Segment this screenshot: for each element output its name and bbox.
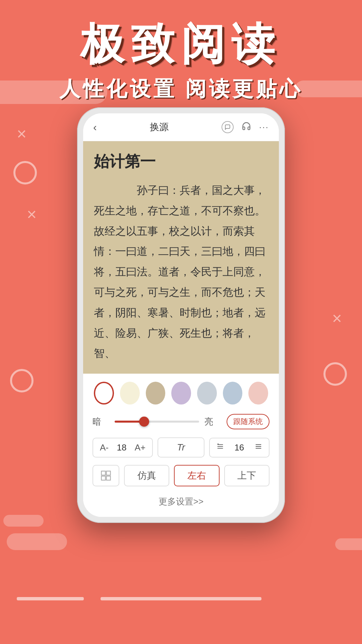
deco-o-1	[13, 161, 37, 184]
chapter-text: 孙子曰：兵者，国之大事，死生之地，存亡之道，不可不察也。故经之以五事，校之以计，…	[94, 180, 268, 364]
line-icon-up	[217, 443, 224, 452]
color-swatches	[93, 382, 269, 405]
swatch-tan[interactable]	[146, 382, 166, 405]
font-size-value: 18	[117, 442, 126, 453]
font-increase-button[interactable]: A+	[135, 442, 146, 453]
swatch-lavender[interactable]	[171, 382, 191, 405]
phone-mockup: ‹ 换源	[77, 107, 285, 523]
more-icon[interactable]: ···	[259, 122, 269, 132]
font-decrease-button[interactable]: A-	[100, 442, 109, 453]
phone-screen: ‹ 换源	[83, 113, 279, 517]
more-settings-link[interactable]: 更多设置>>	[93, 493, 269, 509]
headphone-icon[interactable]	[242, 121, 251, 133]
brightness-slider[interactable]	[115, 421, 199, 423]
topbar-title: 换源	[150, 121, 169, 133]
phone-outer: ‹ 换源	[77, 107, 285, 523]
grid-icon-box[interactable]	[93, 465, 119, 486]
font-type-label: Tr	[177, 442, 185, 453]
reading-content: 始计第一 孙子曰：兵者，国之大事，死生之地，存亡之道，不可不察也。故经之以五事，…	[83, 141, 279, 374]
deco-cloud-5	[335, 538, 362, 550]
sub-title: 人性化设置 阅读更贴心	[20, 75, 342, 103]
fanzhen-button[interactable]: 仿真	[124, 465, 169, 486]
layout-row: 仿真 左右 上下	[93, 465, 269, 486]
line-spacing-value: 16	[234, 442, 244, 453]
swatch-pink[interactable]	[248, 382, 268, 405]
swatch-cream[interactable]	[120, 382, 140, 405]
deco-cloud-3	[7, 533, 67, 550]
chapter-title: 始计第一	[94, 151, 268, 172]
speech-icon[interactable]	[222, 121, 234, 133]
deco-x-3: ×	[332, 309, 342, 328]
swatch-white[interactable]	[94, 382, 114, 405]
light-label: 亮	[204, 416, 221, 428]
back-button[interactable]: ‹	[93, 121, 97, 133]
follow-system-button[interactable]: 跟随系统	[227, 414, 269, 429]
deco-o-3	[323, 362, 347, 386]
svg-rect-7	[107, 471, 111, 475]
swatch-blue[interactable]	[223, 382, 243, 405]
slider-thumb[interactable]	[139, 417, 149, 427]
header: 极致阅读 人性化设置 阅读更贴心	[0, 0, 362, 110]
svg-rect-8	[102, 476, 106, 480]
line-icon-down	[255, 443, 262, 452]
settings-panel: 暗 亮 跟随系统 A- 18 A+	[83, 374, 279, 517]
svg-rect-6	[102, 471, 106, 475]
font-row: A- 18 A+ Tr	[93, 437, 269, 458]
swatch-silver[interactable]	[197, 382, 217, 405]
deco-line-1	[17, 597, 84, 600]
svg-rect-9	[107, 476, 111, 480]
font-size-control[interactable]: A- 18 A+	[93, 438, 153, 458]
top-bar: ‹ 换源	[83, 113, 279, 141]
deco-o-2	[10, 369, 34, 392]
topbar-icons: ···	[222, 121, 269, 133]
line-spacing-control[interactable]: 16	[209, 438, 269, 458]
deco-cloud-4	[3, 515, 44, 527]
zuoyou-button[interactable]: 左右	[174, 465, 219, 486]
brightness-row: 暗 亮 跟随系统	[93, 414, 269, 429]
main-title: 极致阅读	[20, 20, 342, 68]
dark-label: 暗	[93, 416, 109, 428]
deco-x-1: ×	[17, 124, 26, 144]
deco-line-2	[101, 597, 261, 600]
deco-x-2: ×	[27, 205, 37, 224]
font-type-control[interactable]: Tr	[158, 437, 204, 458]
phone-inner: ‹ 换源	[83, 113, 279, 517]
shangxia-button[interactable]: 上下	[224, 465, 269, 486]
